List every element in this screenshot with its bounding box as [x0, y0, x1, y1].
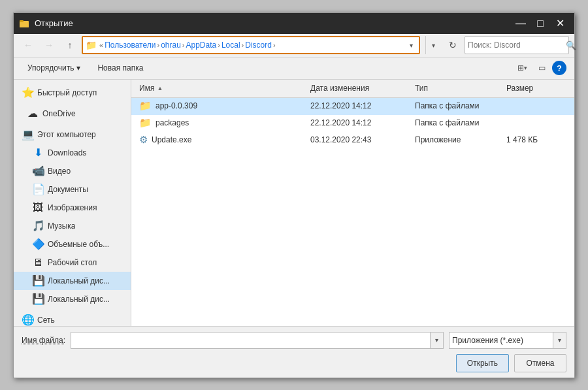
file-type-packages: Папка с файлами [412, 118, 504, 127]
col-sort-arrow: ▲ [157, 85, 163, 91]
breadcrumb-discord[interactable]: Discord [245, 41, 272, 50]
this-pc-icon: 💻 [22, 128, 33, 140]
sidebar-item-desktop[interactable]: 🖥 Рабочий стол [14, 253, 131, 272]
3dobjects-icon: 🔷 [32, 238, 44, 250]
address-bar[interactable]: 📁 « Пользователи › ohrau › AppData › Loc… [82, 36, 420, 54]
filetype-dropdown-button[interactable]: ▾ [553, 332, 566, 349]
sidebar-item-this-pc[interactable]: 💻 Этот компьютер [14, 125, 131, 144]
sidebar-video-label: Видео [48, 167, 71, 176]
sidebar-3dobjects-label: Объемные объ... [48, 240, 109, 249]
filename-row: Имя файла: ▾ Приложения (*.exe) ▾ [22, 332, 566, 349]
documents-icon: 📄 [32, 183, 44, 195]
sidebar-item-local-c[interactable]: 💾 Локальный дис... [14, 272, 131, 290]
onedrive-icon: ☁ [27, 107, 39, 120]
search-box: 🔍 [465, 36, 569, 54]
file-name-update: ⚙ Update.exe [137, 134, 308, 146]
forward-button[interactable]: → [40, 36, 58, 54]
sidebar-item-onedrive[interactable]: ☁ OneDrive [14, 105, 131, 123]
col-date-label: Дата изменения [310, 84, 369, 93]
network-icon: 🌐 [22, 314, 33, 326]
col-size-label: Размер [506, 84, 533, 93]
exe-icon-update: ⚙ [139, 134, 148, 146]
breadcrumb-appdata[interactable]: AppData [186, 41, 217, 50]
dialog-icon [19, 18, 29, 29]
file-row-app[interactable]: 📁 app-0.0.309 22.12.2020 14:12 Папка с ф… [131, 98, 574, 115]
sidebar-item-quick-access[interactable]: ⭐ Быстрый доступ [14, 84, 131, 102]
svg-rect-1 [20, 22, 29, 27]
file-area: Имя ▲ Дата изменения Тип Размер � [131, 80, 574, 326]
new-folder-button[interactable]: Новая папка [91, 59, 149, 76]
file-date-update: 03.12.2020 22:43 [308, 135, 412, 144]
view-type-button[interactable]: ⊞ ▾ [513, 59, 531, 76]
file-name-text-app: app-0.0.309 [155, 101, 197, 110]
navigation-toolbar: ← → ↑ 📁 « Пользователи › ohrau › AppData… [14, 34, 574, 57]
address-breadcrumb: « Пользователи › ohrau › AppData › Local… [99, 41, 406, 50]
sidebar-item-documents[interactable]: 📄 Документы [14, 180, 131, 199]
sidebar-item-local-d[interactable]: 💾 Локальный дис... [14, 290, 131, 308]
back-button[interactable]: ← [19, 36, 37, 54]
sidebar-documents-label: Документы [48, 185, 88, 194]
file-type-update: Приложение [412, 135, 504, 144]
refresh-button[interactable]: ↻ [444, 36, 462, 54]
sidebar-music-label: Музыка [48, 221, 75, 231]
sidebar-item-network[interactable]: 🌐 Сеть [14, 311, 131, 326]
col-name-header[interactable]: Имя ▲ [137, 84, 308, 93]
sidebar-local-d-label: Локальный дис... [48, 295, 110, 304]
address-dropdown-arrow[interactable]: ▾ [406, 40, 416, 50]
filename-input[interactable] [71, 333, 430, 348]
organize-label: Упорядочить [27, 63, 74, 73]
localdisk-d-icon: 💾 [32, 293, 44, 305]
view-type-chevron: ▾ [524, 65, 527, 71]
sidebar-item-video[interactable]: 📹 Видео [14, 162, 131, 180]
file-name-packages: 📁 packages [137, 117, 308, 129]
sidebar-network-section: 🌐 Сеть [14, 310, 131, 326]
action-bar: Упорядочить ▾ Новая папка ⊞ ▾ ▭ ? [14, 57, 574, 80]
file-table-header[interactable]: Имя ▲ Дата изменения Тип Размер [131, 80, 574, 98]
file-name-text-packages: packages [155, 118, 189, 127]
up-button[interactable]: ↑ [61, 36, 79, 54]
sidebar-local-c-label: Локальный дис... [48, 276, 110, 285]
sidebar-item-3dobjects[interactable]: 🔷 Объемные объ... [14, 235, 131, 253]
breadcrumb-users[interactable]: Пользователи [105, 41, 155, 50]
sidebar-item-images[interactable]: 🖼 Изображения [14, 199, 131, 217]
organize-button[interactable]: Упорядочить ▾ [22, 59, 86, 76]
col-type-header[interactable]: Тип [412, 84, 504, 93]
filename-label: Имя файла: [22, 336, 65, 345]
search-button[interactable]: 🔍 [566, 39, 576, 52]
minimize-button[interactable]: — [512, 16, 530, 31]
filename-input-wrapper: ▾ [71, 332, 444, 349]
new-folder-label: Новая папка [97, 63, 143, 73]
cancel-button[interactable]: Отмена [514, 354, 566, 372]
folder-icon-packages: 📁 [139, 117, 152, 129]
bottom-bar: Имя файла: ▾ Приложения (*.exe) ▾ Открыт… [14, 326, 574, 378]
col-name-label: Имя [139, 84, 154, 93]
col-size-header[interactable]: Размер [504, 84, 569, 93]
file-type-app: Папка с файлами [412, 101, 504, 110]
sidebar-this-pc-label: Этот компьютер [37, 130, 96, 139]
sidebar-quick-access-section: ⭐ Быстрый доступ [14, 82, 131, 103]
sidebar-desktop-label: Рабочий стол [48, 258, 97, 267]
search-input[interactable] [468, 41, 566, 50]
filename-dropdown-button[interactable]: ▾ [430, 332, 443, 349]
address-folder-icon: 📁 [86, 40, 97, 50]
address-history-button[interactable]: ▾ [425, 36, 441, 54]
maximize-button[interactable]: □ [531, 16, 549, 31]
file-row-packages[interactable]: 📁 packages 22.12.2020 14:12 Папка с файл… [131, 115, 574, 132]
sidebar-item-downloads[interactable]: ⬇ Downloads [14, 144, 131, 162]
preview-pane-button[interactable]: ▭ [532, 59, 551, 76]
col-date-header[interactable]: Дата изменения [308, 84, 412, 93]
desktop-icon: 🖥 [32, 257, 44, 268]
main-content: ⭐ Быстрый доступ ☁ OneDrive 💻 Этот компь… [14, 80, 574, 326]
breadcrumb-local[interactable]: Local [221, 41, 240, 50]
downloads-icon: ⬇ [32, 146, 44, 159]
sidebar-this-pc-section: 💻 Этот компьютер ⬇ Downloads 📹 Видео 📄 Д… [14, 124, 131, 310]
help-button[interactable]: ? [552, 61, 566, 75]
svg-rect-2 [20, 20, 24, 22]
window-controls: — □ ✕ [512, 16, 569, 31]
file-name-app: 📁 app-0.0.309 [137, 100, 308, 112]
close-button[interactable]: ✕ [551, 16, 569, 31]
breadcrumb-ohrau[interactable]: ohrau [161, 41, 181, 50]
sidebar-item-music[interactable]: 🎵 Музыка [14, 217, 131, 235]
file-row-update[interactable]: ⚙ Update.exe 03.12.2020 22:43 Приложение… [131, 132, 574, 149]
open-button[interactable]: Открыть [456, 354, 509, 372]
